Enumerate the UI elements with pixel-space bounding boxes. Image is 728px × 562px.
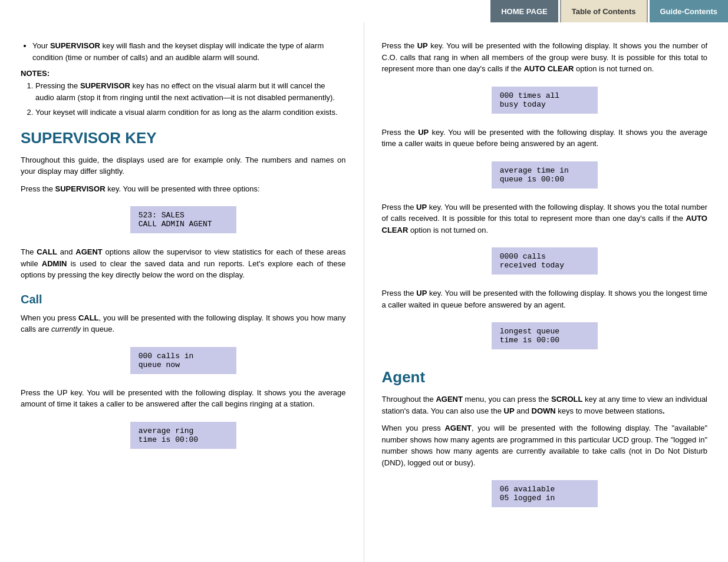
display-box-8: 06 available 05 logged in: [492, 480, 598, 507]
agent-intro-1-text: Throughout the AGENT menu, you can press…: [382, 394, 708, 416]
note-item-1: Pressing the SUPERVISOR key has no effec…: [35, 80, 346, 103]
display-box-2-wrap: 000 calls in queue now: [21, 341, 346, 382]
press-up-4-text: Press the UP key. You will be presented …: [382, 201, 708, 236]
agent-heading: Agent: [382, 368, 708, 386]
section-intro-text: Throughout this guide, the displays used…: [21, 154, 346, 177]
display-box-6-wrap: 0000 calls received today: [382, 242, 708, 283]
display-box-8-wrap: 06 available 05 logged in: [382, 474, 708, 515]
display-box-5-wrap: average time in queue is 00:00: [382, 156, 708, 197]
bullet-item: Your SUPERVISOR key will flash and the k…: [32, 40, 346, 63]
display-box-1-wrap: 523: SALES CALL ADMIN AGENT: [21, 200, 346, 242]
display-box-3: average ring time is 00:00: [130, 422, 236, 449]
bullet-list: Your SUPERVISOR key will flash and the k…: [32, 40, 346, 63]
display-box-4-wrap: 000 times all busy today: [382, 81, 708, 122]
right-column: Press the UP key. You will be presented …: [364, 22, 729, 562]
call-agent-text: The CALL and AGENT options allow the sup…: [21, 246, 346, 281]
display-box-7: longest queue time is 00:00: [492, 322, 598, 349]
page-container: Your SUPERVISOR key will flash and the k…: [0, 22, 728, 562]
press-up-2-text: Press the UP key. You will be presented …: [382, 40, 708, 75]
display-box-1: 523: SALES CALL ADMIN AGENT: [130, 206, 236, 233]
press-up-5-text: Press the UP key. You will be presented …: [382, 287, 708, 310]
press-up-3-text: Press the UP key. You will be presented …: [382, 127, 708, 150]
agent-intro-2-text: When you press AGENT, you will be presen…: [382, 422, 708, 468]
display-box-2: 000 calls in queue now: [130, 347, 236, 374]
display-box-7-wrap: longest queue time is 00:00: [382, 316, 708, 358]
call-intro-text: When you press CALL, you will be present…: [21, 312, 346, 335]
press-supervisor-text: Press the SUPERVISOR key. You will be pr…: [21, 183, 346, 195]
display-box-6: 0000 calls received today: [492, 247, 598, 275]
press-up-1-text: Press the UP key. You will be presented …: [21, 387, 346, 410]
notes-label: NOTES:: [21, 69, 346, 78]
left-column: Your SUPERVISOR key will flash and the k…: [0, 22, 364, 562]
table-of-contents-button[interactable]: Table of Contents: [560, 0, 648, 22]
display-box-4: 000 times all busy today: [492, 87, 598, 114]
home-page-button[interactable]: HOME PAGE: [490, 0, 558, 22]
guide-contents-button[interactable]: Guide-Contents: [650, 0, 729, 22]
notes-list: Pressing the SUPERVISOR key has no effec…: [35, 80, 346, 118]
display-box-5: average time in queue is 00:00: [492, 161, 598, 189]
call-heading: Call: [21, 293, 346, 306]
supervisor-key-heading: SUPERVISOR KEY: [21, 129, 346, 147]
display-box-3-wrap: average ring time is 00:00: [21, 416, 346, 457]
note-item-2: Your keyset will indicate a visual alarm…: [35, 107, 346, 118]
top-navigation: HOME PAGE Table of Contents Guide-Conten…: [0, 0, 728, 22]
